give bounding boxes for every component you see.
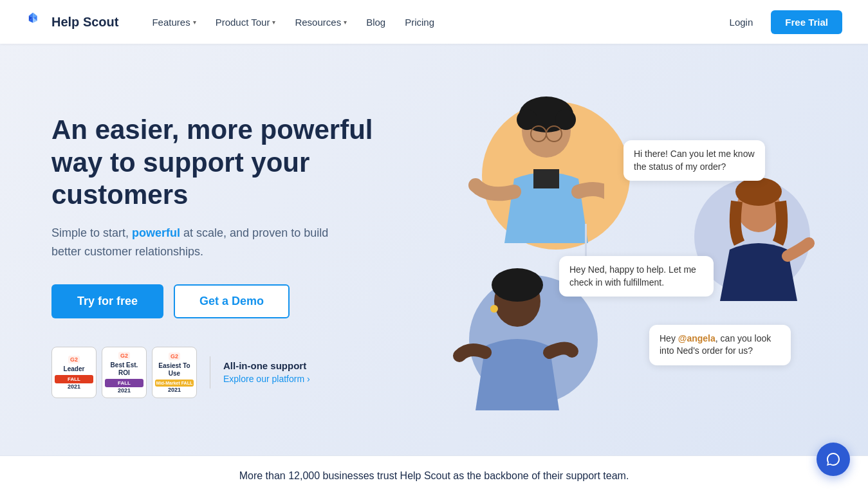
badges-row: G2 Leader FALL 2021 G2 Best Est. ROI FAL… (51, 347, 386, 398)
try-for-free-button[interactable]: Try for free (51, 284, 163, 318)
brand-logo[interactable]: Help Scout (26, 12, 118, 32)
nav-resources[interactable]: Resources ▾ (287, 12, 355, 33)
svg-point-12 (490, 305, 498, 313)
chat-fab-button[interactable] (817, 443, 850, 476)
login-link[interactable]: Login (722, 12, 761, 33)
badge-info: All-in-one support Explore our platform … (223, 360, 310, 384)
hero-buttons: Try for free Get a Demo (51, 284, 386, 318)
nav-blog[interactable]: Blog (358, 12, 393, 33)
chat-bubble-1: Hi there! Can you let me know the status… (623, 140, 765, 181)
nav-features[interactable]: Features ▾ (144, 12, 203, 33)
svg-rect-4 (533, 169, 559, 188)
explore-platform-link[interactable]: Explore our platform › (223, 374, 310, 384)
brand-name: Help Scout (51, 15, 118, 30)
chat-bubble-3: Hey @angela, can you look into Ned's ord… (649, 325, 791, 365)
trust-bar: More than 12,000 businesses trust Help S… (0, 455, 868, 494)
hero-section: An easier, more powerful way to support … (0, 44, 868, 455)
get-demo-button[interactable]: Get a Demo (174, 284, 290, 318)
navbar-actions: Login Free Trial (722, 10, 842, 34)
svg-point-9 (735, 178, 782, 206)
g2-roi-badge: G2 Best Est. ROI FALL 2021 (102, 347, 147, 398)
g2-easiest-badge: G2 Easiest To Use Mid-Market FALL 2021 (152, 347, 197, 398)
hero-subtitle: Simple to start, powerful at scale, and … (51, 224, 347, 261)
navbar: Help Scout Features ▾ Product Tour ▾ Res… (0, 0, 868, 44)
g2-leader-badge: G2 Leader FALL 2021 (51, 347, 97, 398)
person2-figure (701, 172, 817, 301)
chevron-down-icon: ▾ (344, 19, 347, 26)
nav-pricing[interactable]: Pricing (397, 12, 442, 33)
hero-content: An easier, more powerful way to support … (51, 114, 386, 398)
chat-bubble-2: Hey Ned, happy to help. Let me check in … (559, 256, 714, 297)
person1-figure (463, 95, 604, 250)
hero-illustration: Hi there! Can you let me know the status… (430, 89, 817, 423)
badges-group: G2 Leader FALL 2021 G2 Best Est. ROI FAL… (51, 347, 197, 398)
hero-title: An easier, more powerful way to support … (51, 114, 386, 211)
svg-point-11 (492, 268, 543, 302)
badge-divider (210, 356, 210, 389)
chevron-down-icon: ▾ (272, 19, 275, 26)
free-trial-button[interactable]: Free Trial (771, 10, 842, 34)
nav-links: Features ▾ Product Tour ▾ Resources ▾ Bl… (144, 12, 721, 33)
badge-info-title: All-in-one support (223, 360, 310, 371)
chat-icon (826, 452, 841, 467)
chevron-down-icon: ▾ (193, 19, 196, 26)
helpscout-logo-icon (26, 12, 46, 32)
nav-product-tour[interactable]: Product Tour ▾ (208, 12, 284, 33)
